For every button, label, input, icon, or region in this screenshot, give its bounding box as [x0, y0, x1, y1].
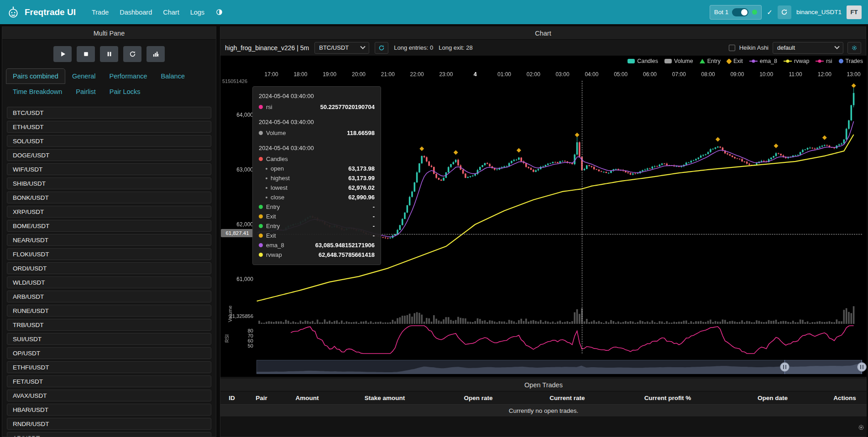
refresh-chart-button[interactable]	[375, 42, 388, 54]
pair-item[interactable]: ARB/USDT	[7, 291, 211, 302]
nav-link-dashboard[interactable]: Dashboard	[115, 6, 157, 19]
datazoom-handle-left[interactable]	[780, 362, 790, 372]
pair-item[interactable]: XRP/USDT	[7, 206, 211, 218]
legend-rsi[interactable]: rsi	[816, 58, 832, 64]
pair-item[interactable]: ETHFI/USDT	[7, 361, 211, 373]
app-title: Freqtrade UI	[25, 7, 76, 17]
tooltip-row: ema_863,085.948152171906	[259, 240, 375, 250]
bot-toggle[interactable]	[732, 8, 748, 16]
series-dot	[259, 253, 263, 257]
nav-right: Bot 1 ✓ binance_USDT1 FT	[710, 5, 862, 20]
pause-button[interactable]	[100, 46, 118, 62]
chart-toolbar: high_frog_binance_v226 | 5m BTC/USDT Lon…	[220, 40, 866, 56]
legend-volume[interactable]: Volume	[664, 58, 693, 64]
plot-settings-button[interactable]	[847, 42, 861, 54]
pair-item[interactable]: HBAR/USDT	[7, 404, 211, 416]
pair-item[interactable]: ORDI/USDT	[7, 262, 211, 274]
pair-item[interactable]: ETH/USDT	[7, 121, 211, 133]
confirm-check-icon[interactable]: ✓	[767, 8, 773, 16]
tooltip-label: ema_8	[266, 240, 284, 250]
legend-trades[interactable]: Trades	[839, 58, 863, 64]
pair-item[interactable]: RNDR/USDT	[7, 418, 211, 430]
stop-button[interactable]	[77, 46, 95, 62]
time-tick: 06:00	[643, 71, 657, 78]
time-tick: 22:00	[410, 71, 424, 78]
price-tick: 61,000	[220, 276, 253, 282]
time-tick: 23:00	[439, 71, 453, 78]
theme-toggle-icon[interactable]	[212, 5, 226, 19]
legend-ema-8[interactable]: ema_8	[749, 58, 777, 64]
pair-item[interactable]: BOME/USDT	[7, 220, 211, 232]
tab-pairs-combined[interactable]: Pairs combined	[6, 68, 65, 84]
tooltip-row: rsi50.22577020190704	[259, 102, 375, 112]
time-tick: 13:00	[847, 71, 861, 78]
tab-time-breakdown[interactable]: Time Breakdown	[6, 84, 69, 99]
pair-item[interactable]: SUI/USDT	[7, 333, 211, 345]
refresh-all-button[interactable]	[778, 5, 791, 19]
pair-item[interactable]: RUNE/USDT	[7, 305, 211, 317]
series-dot	[259, 131, 263, 135]
datazoom-window[interactable]	[784, 360, 862, 374]
pair-item[interactable]: BONK/USDT	[7, 192, 211, 203]
tab-general[interactable]: General	[65, 68, 103, 84]
series-dot	[266, 187, 267, 189]
page-settings-gear-icon[interactable]	[858, 424, 865, 433]
strategy-label: high_frog_binance_v226 | 5m	[225, 44, 309, 52]
nav-link-logs[interactable]: Logs	[185, 6, 209, 19]
nav-link-chart[interactable]: Chart	[158, 6, 184, 19]
tooltip-label: Exit	[266, 231, 276, 240]
heikin-ashi-checkbox[interactable]	[729, 45, 735, 51]
clear-chart-icon	[152, 51, 159, 57]
tab-pairlist[interactable]: Pairlist	[69, 84, 103, 99]
plot-config-select[interactable]: default	[773, 42, 843, 54]
bot-name: Bot 1	[714, 9, 729, 16]
tab-balance[interactable]: Balance	[154, 68, 192, 84]
chevron-down-icon	[361, 44, 366, 49]
time-tick: 10:00	[759, 71, 773, 78]
exit-diamond-icon	[726, 58, 732, 64]
tab-performance[interactable]: Performance	[103, 68, 154, 84]
user-avatar[interactable]: FT	[847, 5, 862, 19]
pair-item[interactable]: OP/USDT	[7, 347, 211, 359]
pair-item[interactable]: AVAX/USDT	[7, 390, 211, 401]
pair-item[interactable]: FET/USDT	[7, 375, 211, 387]
pair-select[interactable]: BTC/USDT	[314, 42, 369, 54]
pair-item[interactable]: DOGE/USDT	[7, 149, 211, 161]
tooltip-label: close	[271, 192, 284, 202]
tooltip-row: close62,990.96	[259, 192, 375, 202]
pair-item[interactable]: SHIB/USDT	[7, 177, 211, 189]
legend-label: ema_8	[760, 58, 777, 64]
nav-link-trade[interactable]: Trade	[87, 6, 114, 19]
legend-candles[interactable]: Candles	[627, 58, 658, 64]
col-stake-amount: Stake amount	[335, 395, 435, 401]
tooltip-row: rvwap62,648.75785661418	[259, 250, 375, 260]
pair-item[interactable]: TRB/USDT	[7, 319, 211, 331]
series-dot	[266, 197, 267, 198]
datazoom-handle-right[interactable]	[857, 362, 867, 372]
tooltip-value: 62,976.02	[348, 183, 375, 192]
legend-marker	[816, 61, 824, 62]
pair-item[interactable]: AR/USDT	[7, 432, 211, 437]
reload-button[interactable]	[123, 46, 141, 62]
tab-pair-locks[interactable]: Pair Locks	[103, 84, 147, 99]
legend-exit[interactable]: Exit	[727, 58, 743, 64]
bot-selector[interactable]: Bot 1	[710, 5, 762, 20]
sidebar-tabs: Pairs combinedGeneralPerformanceBalanceT…	[2, 68, 216, 99]
pair-item[interactable]: NEAR/USDT	[7, 234, 211, 246]
time-tick: 08:00	[701, 71, 715, 78]
legend-entry[interactable]: Entry	[700, 58, 721, 64]
pair-item[interactable]: BTC/USDT	[7, 107, 211, 119]
price-tick: 64,000	[220, 112, 253, 118]
tooltip-label: highest	[271, 173, 290, 183]
play-button[interactable]	[53, 46, 72, 62]
pair-item[interactable]: FLOKI/USDT	[7, 248, 211, 260]
tooltip-value: 118.66598	[347, 128, 375, 138]
heikin-ashi-label: Heikin Ashi	[739, 44, 769, 51]
pair-item[interactable]: WIF/USDT	[7, 163, 211, 175]
brand: Freqtrade UI	[6, 5, 76, 19]
legend-rvwap[interactable]: rvwap	[784, 58, 809, 64]
pair-item[interactable]: WLD/USDT	[7, 276, 211, 288]
pair-item[interactable]: SOL/USDT	[7, 135, 211, 147]
clear-chart-button[interactable]	[146, 46, 165, 62]
time-tick: 4	[474, 71, 477, 78]
